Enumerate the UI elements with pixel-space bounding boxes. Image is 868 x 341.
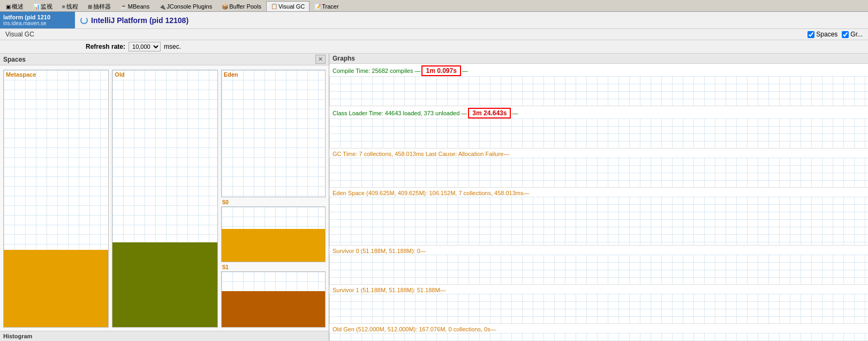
platform-pid-label: latform (pid 1210 xyxy=(3,14,72,20)
tab-jconsole-icon: 🔌 xyxy=(159,4,165,10)
survivor0-label: Survivor 0 (51.188M, 51.188M): 0— xyxy=(333,248,426,254)
old-label-title: Old xyxy=(115,71,124,78)
tab-overview[interactable]: ▣ 概述 xyxy=(1,1,28,12)
tab-threads[interactable]: ≡ 线程 xyxy=(57,1,83,12)
old-space: Old xyxy=(112,70,217,328)
s0-label: S0 xyxy=(221,199,326,205)
s0-fill xyxy=(222,229,325,262)
old-gen-row: Old Gen (512.000M, 512.000M): 167.076M, … xyxy=(329,324,868,341)
s1-fill xyxy=(222,291,325,327)
metaspace-label: Metaspace xyxy=(6,71,36,78)
tab-visualgc-icon: 📋 xyxy=(271,3,277,9)
graphs-checkbox-text: Gr... xyxy=(850,31,863,38)
eden-space: Eden xyxy=(221,70,326,197)
eden-space-label: Eden Space (409.625M, 409.625M): 106.152… xyxy=(333,190,530,196)
tab-monitor-icon: 📊 xyxy=(33,4,40,10)
survivor1-label: Survivor 1 (51.188M, 51.188M): 51.188M— xyxy=(333,287,446,293)
tab-visualgc-label: Visual GC xyxy=(278,3,305,10)
spaces-checkbox[interactable] xyxy=(807,31,814,38)
tab-mbeans-label: MBeans xyxy=(128,3,149,10)
refresh-icon xyxy=(80,17,88,24)
tab-overview-label: 概述 xyxy=(12,3,24,11)
refresh-rate-select[interactable]: 10,000 5,000 1,000 xyxy=(129,42,161,51)
compile-time-row: Compile Time: 25682 compiles — 1m 0.097s… xyxy=(329,64,868,106)
tab-jconsole[interactable]: 🔌 JConsole Plugins xyxy=(154,1,217,12)
gc-time-label: GC Time: 7 collections, 458.013ms Last C… xyxy=(333,151,509,157)
spaces-checkbox-text: Spaces xyxy=(816,31,837,38)
tab-threads-label: 线程 xyxy=(66,3,78,11)
tab-bar: ▣ 概述 📊 监视 ≡ 线程 ⊞ 抽样器 ☕ MBeans 🔌 JConsole… xyxy=(0,0,868,12)
tab-bufferpools-label: Buffer Pools xyxy=(229,3,261,10)
tab-bufferpools[interactable]: 📦 Buffer Pools xyxy=(217,1,266,12)
class-loader-row: Class Loader Time: 44643 loaded, 373 unl… xyxy=(329,106,868,149)
compile-time-label: Compile Time: 25682 compiles — xyxy=(333,68,420,74)
tab-tracer-icon: 📝 xyxy=(314,4,321,10)
compile-time-highlight: 1m 0.097s xyxy=(421,65,461,76)
class-loader-label: Class Loader Time: 44643 loaded, 373 unl… xyxy=(333,110,467,116)
spaces-panel-title: Spaces xyxy=(3,56,26,63)
graphs-checkbox[interactable] xyxy=(842,31,849,38)
refresh-unit-label: msec. xyxy=(164,43,181,50)
tab-threads-icon: ≡ xyxy=(62,4,65,10)
tab-mbeans-icon: ☕ xyxy=(120,4,127,10)
tab-monitor[interactable]: 📊 监视 xyxy=(28,1,57,12)
tab-tracer[interactable]: 📝 Tracer xyxy=(310,1,343,12)
s0-space xyxy=(221,206,326,263)
visual-gc-label: Visual GC xyxy=(5,31,34,38)
tab-visualgc[interactable]: 📋 Visual GC xyxy=(266,1,310,12)
eden-label-title: Eden xyxy=(224,71,238,78)
tab-jconsole-label: JConsole Plugins xyxy=(167,3,212,10)
page-title: IntelliJ Platform (pid 12108) xyxy=(91,16,188,25)
spaces-close-button[interactable]: ✕ xyxy=(315,55,326,64)
class-loader-highlight: 3m 24.643s xyxy=(468,108,511,118)
old-fill xyxy=(112,242,217,327)
tab-monitor-label: 监视 xyxy=(41,3,52,11)
tab-sampler-label: 抽样器 xyxy=(93,3,111,11)
eden-space-row: Eden Space (409.625M, 409.625M): 106.152… xyxy=(329,188,868,246)
tab-bufferpools-icon: 📦 xyxy=(222,4,228,10)
tab-overview-icon: ▣ xyxy=(6,4,11,10)
old-gen-label: Old Gen (512.000M, 512.000M): 167.076M, … xyxy=(333,326,496,332)
gc-time-row: GC Time: 7 collections, 458.013ms Last C… xyxy=(329,149,868,188)
spaces-checkbox-label[interactable]: Spaces xyxy=(807,31,837,38)
survivor1-row: Survivor 1 (51.188M, 51.188M): 51.188M— xyxy=(329,285,868,324)
tab-sampler-icon: ⊞ xyxy=(88,4,92,10)
compile-time-dash: — xyxy=(462,68,468,74)
s1-space xyxy=(221,271,326,328)
s1-label: S1 xyxy=(221,264,326,270)
histogram-label: Histogram xyxy=(0,331,329,341)
tab-tracer-label: Tracer xyxy=(322,3,338,10)
refresh-rate-label: Refresh rate: xyxy=(86,43,125,50)
metaspace-space: Metaspace xyxy=(3,70,109,328)
class-loader-dash: — xyxy=(512,110,518,116)
metaspace-fill xyxy=(4,250,108,327)
tab-mbeans[interactable]: ☕ MBeans xyxy=(116,1,154,12)
graphs-panel-title: Graphs xyxy=(329,54,868,64)
survivor0-row: Survivor 0 (51.188M, 51.188M): 0— xyxy=(329,246,868,285)
graphs-checkbox-label[interactable]: Gr... xyxy=(842,31,863,38)
tab-sampler[interactable]: ⊞ 抽样器 xyxy=(83,1,116,12)
sidebar-maven-label: ins.idea.maven.se xyxy=(3,20,72,26)
